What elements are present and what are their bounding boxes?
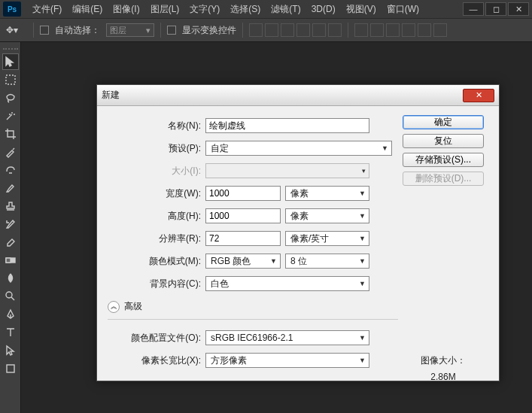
color-profile-label: 颜色配置文件(O): [108, 332, 205, 345]
align-button[interactable] [328, 23, 342, 37]
dialog-titlebar[interactable]: 新建 ✕ [97, 85, 499, 106]
app-logo: Ps [3, 2, 21, 17]
pixel-aspect-label: 像素长宽比(X): [108, 354, 205, 367]
background-label: 背景内容(C): [108, 278, 205, 290]
pixel-aspect-dropdown[interactable]: 方形像素▼ [205, 353, 369, 368]
options-bar: ✥▾ 自动选择： 图层▾ 显示变换控件 [0, 18, 532, 42]
align-button[interactable] [249, 23, 263, 37]
separator [348, 23, 348, 38]
close-button[interactable]: ✕ [508, 2, 529, 16]
distribute-button[interactable] [354, 23, 368, 37]
path-select-tool[interactable] [2, 342, 19, 359]
preset-label: 预设(P): [108, 142, 205, 155]
transform-checkbox[interactable] [167, 26, 176, 35]
titlebar: Ps 文件(F) 编辑(E) 图像(I) 图层(L) 文字(Y) 选择(S) 滤… [0, 0, 532, 18]
maximize-button[interactable]: ◻ [485, 2, 506, 16]
menu-image[interactable]: 图像(I) [108, 3, 144, 16]
wand-tool[interactable] [2, 108, 19, 124]
save-preset-button[interactable]: 存储预设(S)... [403, 153, 484, 167]
stamp-tool[interactable] [2, 198, 19, 214]
tools-panel [0, 42, 21, 413]
align-button[interactable] [265, 23, 278, 37]
window-buttons: — ◻ ✕ [461, 2, 529, 16]
menu-type[interactable]: 文字(Y) [184, 3, 225, 16]
autoselect-label: 自动选择： [55, 24, 100, 37]
shape-tool[interactable] [2, 360, 19, 377]
image-size-value: 2.86M [421, 372, 466, 382]
background-dropdown[interactable]: 白色▼ [205, 276, 369, 291]
advanced-label: 高级 [124, 300, 142, 313]
align-button[interactable] [296, 23, 310, 37]
dialog-close-button[interactable]: ✕ [463, 89, 494, 102]
distribute-button[interactable] [386, 23, 400, 37]
blur-tool[interactable] [2, 270, 19, 287]
heal-tool[interactable] [2, 162, 19, 178]
menu-3d[interactable]: 3D(D) [306, 4, 341, 14]
width-unit-dropdown[interactable]: 像素▼ [285, 186, 369, 201]
svg-rect-4 [7, 365, 14, 372]
transform-label: 显示变换控件 [182, 24, 236, 37]
menu-layer[interactable]: 图层(L) [145, 3, 185, 16]
dialog-title: 新建 [102, 89, 120, 102]
autoselect-dropdown[interactable]: 图层▾ [106, 23, 154, 37]
separator [33, 23, 34, 38]
resolution-input[interactable] [205, 231, 281, 246]
advanced-toggle[interactable]: ︽ [108, 301, 120, 313]
menu-file[interactable]: 文件(F) [27, 3, 67, 16]
type-tool[interactable] [2, 324, 19, 341]
gradient-tool[interactable] [2, 252, 19, 269]
new-document-dialog: 新建 ✕ 名称(N): 预设(P): 自定▼ 大小(I): ▾ 宽度(W): 像… [96, 84, 500, 381]
eraser-tool[interactable] [2, 234, 19, 251]
width-label: 宽度(W): [108, 187, 205, 200]
name-input[interactable] [205, 118, 369, 133]
delete-preset-button: 删除预设(D)... [403, 172, 484, 186]
distribute-button[interactable] [418, 23, 431, 37]
eyedropper-tool[interactable] [2, 144, 19, 160]
pen-tool[interactable] [2, 306, 19, 323]
dodge-tool[interactable] [2, 288, 19, 305]
menu-edit[interactable]: 编辑(E) [67, 3, 108, 16]
distribute-button[interactable] [433, 23, 447, 37]
menu-view[interactable]: 视图(V) [341, 3, 382, 16]
ok-button[interactable]: 确定 [403, 115, 484, 129]
height-unit-dropdown[interactable]: 像素▼ [285, 208, 369, 223]
separator [160, 23, 161, 38]
preset-dropdown[interactable]: 自定▼ [205, 141, 392, 156]
move-tool[interactable] [2, 53, 19, 70]
resolution-unit-dropdown[interactable]: 像素/英寸▼ [285, 231, 369, 246]
reset-button[interactable]: 复位 [403, 134, 484, 148]
color-mode-dropdown[interactable]: RGB 颜色▼ [205, 254, 281, 269]
lasso-tool[interactable] [2, 90, 19, 106]
color-profile-dropdown[interactable]: sRGB IEC61966-2.1▼ [205, 330, 369, 345]
size-dropdown: ▾ [205, 163, 369, 178]
bit-depth-dropdown[interactable]: 8 位▼ [285, 254, 369, 269]
height-input[interactable] [205, 208, 281, 223]
separator [242, 23, 243, 38]
panel-grip[interactable] [3, 45, 18, 50]
image-size-label: 图像大小： [421, 354, 466, 367]
align-button[interactable] [281, 23, 294, 37]
align-button[interactable] [312, 23, 326, 37]
svg-rect-0 [6, 75, 15, 84]
menu-select[interactable]: 选择(S) [225, 3, 266, 16]
marquee-tool[interactable] [2, 71, 19, 88]
brush-tool[interactable] [2, 180, 19, 196]
size-label: 大小(I): [108, 165, 205, 178]
autoselect-checkbox[interactable] [40, 26, 49, 35]
move-tool-indicator[interactable]: ✥▾ [6, 23, 27, 38]
distribute-button[interactable] [402, 23, 415, 37]
minimize-button[interactable]: — [463, 2, 484, 16]
distribute-button[interactable] [370, 23, 384, 37]
color-mode-label: 颜色模式(M): [108, 255, 205, 268]
svg-rect-2 [6, 258, 11, 263]
svg-point-3 [6, 292, 12, 298]
history-brush-tool[interactable] [2, 216, 19, 232]
menu-window[interactable]: 窗口(W) [382, 3, 424, 16]
menu-filter[interactable]: 滤镜(T) [266, 3, 306, 16]
resolution-label: 分辨率(R): [108, 232, 205, 245]
height-label: 高度(H): [108, 210, 205, 223]
width-input[interactable] [205, 186, 281, 201]
crop-tool[interactable] [2, 126, 19, 142]
name-label: 名称(N): [108, 120, 205, 132]
